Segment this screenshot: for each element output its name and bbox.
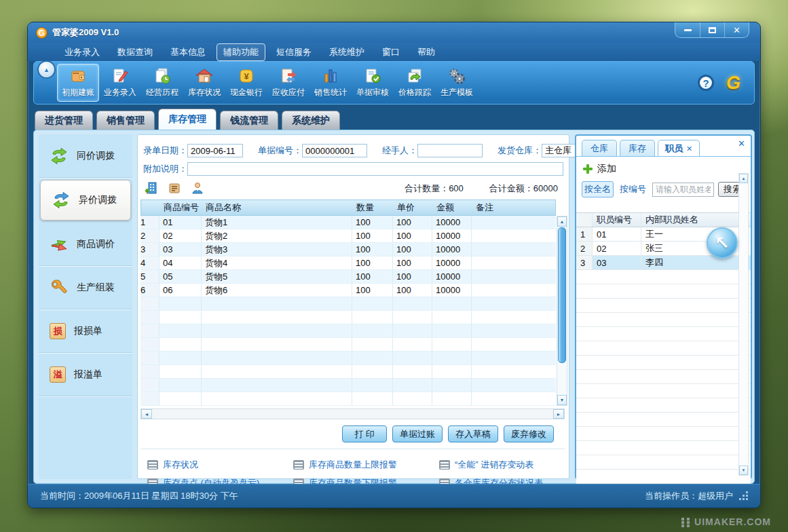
tab-sales[interactable]: 销售管理 (96, 111, 155, 130)
scroll-down-icon[interactable] (739, 466, 748, 475)
tool-business-entry[interactable]: 业务录入 (99, 64, 141, 102)
date-input[interactable] (187, 144, 243, 157)
handler-input[interactable] (417, 144, 483, 157)
sidebar-item-production-assembly[interactable]: 生产组装 (39, 266, 132, 309)
tool-label: 价格跟踪 (398, 87, 431, 98)
sidebar-item-same-price-transfer[interactable]: 同价调拨 (39, 134, 132, 178)
menu-business-entry[interactable]: 业务录入 (58, 43, 107, 61)
maximize-icon (709, 27, 716, 33)
post-document-button[interactable]: 单据过账 (392, 425, 443, 442)
employee-search-input[interactable] (652, 183, 714, 197)
same-price-transfer-icon (50, 147, 69, 166)
uimaker-logo-icon (681, 518, 690, 527)
sidebar-item-price-adjust[interactable]: 商品调价 (39, 223, 132, 266)
tab-stock[interactable]: 库存 (620, 140, 655, 156)
tool-initial-setup[interactable]: 初期建账 (57, 64, 99, 102)
scroll-down-icon[interactable] (557, 395, 567, 405)
employee-scrollbar[interactable] (738, 173, 749, 476)
table-row[interactable]: 505货物510010010000 (140, 270, 556, 284)
tab-cashflow[interactable]: 钱流管理 (220, 111, 278, 130)
tool-receivable-payable[interactable]: 应收应付 (267, 64, 309, 102)
document-arrows-icon (280, 67, 297, 85)
scroll-up-icon[interactable] (739, 174, 748, 183)
sidebar-item-diff-price-transfer[interactable]: 异价调拨 (40, 180, 131, 221)
employee-empty-row (576, 299, 751, 313)
maximize-button[interactable] (700, 22, 724, 37)
close-button[interactable] (724, 22, 749, 37)
scrollbar-thumb[interactable] (558, 227, 566, 363)
sidebar-item-overflow-report[interactable]: 溢 报溢单 (39, 353, 132, 396)
sidebar-item-label: 报溢单 (74, 368, 102, 381)
tab-purchase[interactable]: 进货管理 (35, 111, 93, 130)
warehouse-building-icon[interactable] (145, 181, 158, 195)
tool-cash-bank[interactable]: ¥ 现金银行 (225, 64, 267, 102)
tool-sales-statistics[interactable]: 销售统计 (309, 64, 352, 102)
warehouse-label: 发货仓库： (498, 145, 542, 157)
table-empty-row (140, 324, 556, 338)
resize-grip[interactable] (740, 492, 748, 500)
scroll-left-icon[interactable] (141, 409, 152, 419)
stock-box-icon[interactable] (168, 181, 181, 195)
status-bar: 当前时间：2009年06月11日 星期四 18时30分 下午 当前操作员：超级用… (28, 484, 760, 508)
gears-icon (448, 67, 466, 85)
form-row-2: 附加说明： (143, 162, 563, 176)
tab-close-icon[interactable] (686, 143, 692, 153)
document-pencil-icon (111, 67, 129, 85)
collapse-toolbar-button[interactable] (37, 60, 56, 79)
date-label: 录单日期： (143, 145, 187, 157)
panel-close-icon[interactable] (738, 138, 745, 149)
filter-by-fullname[interactable]: 按全名 (582, 181, 614, 197)
link-upper-limit-alert[interactable]: 库存商品数量上限报警 (293, 459, 439, 471)
sidebar-item-label: 报损单 (74, 325, 102, 337)
table-row[interactable]: 606货物610010010000 (140, 284, 556, 297)
tab-warehouse[interactable]: 仓库 (582, 140, 617, 156)
menu-help[interactable]: 帮助 (411, 43, 442, 61)
link-inventory-status[interactable]: 库存状况 (147, 459, 293, 471)
table-row[interactable]: 404货物410010010000 (140, 256, 556, 270)
total-qty-label: 合计数量： (405, 183, 449, 193)
tool-production-template[interactable]: 生产模板 (436, 64, 478, 102)
current-time: 当前时间：2009年06月11日 星期四 18时30分 下午 (40, 490, 238, 502)
menu-auxiliary[interactable]: 辅助功能 (217, 43, 265, 61)
brand-logo-icon: G (726, 73, 740, 94)
table-row[interactable]: 303货物310010010000 (140, 243, 556, 256)
vertical-scrollbar[interactable] (557, 216, 567, 406)
handler-label: 经手人： (382, 145, 417, 157)
save-draft-button[interactable]: 存入草稿 (448, 425, 498, 442)
tab-employee[interactable]: 职员 (658, 140, 700, 156)
menu-window[interactable]: 窗口 (375, 43, 407, 61)
number-label: 单据编号： (258, 145, 302, 157)
print-button[interactable]: 打 印 (342, 425, 387, 442)
tool-document-audit[interactable]: 单据审核 (352, 64, 394, 102)
tool-business-history[interactable]: 经营历程 (141, 64, 183, 102)
horizontal-scrollbar[interactable] (140, 408, 565, 419)
employee-icon[interactable] (191, 181, 204, 195)
link-omnipotent-report[interactable]: “全能” 进销存变动表 (439, 459, 563, 471)
tool-price-tracking[interactable]: 价格跟踪 (394, 64, 436, 102)
add-row[interactable]: 添加 (576, 157, 751, 180)
wallet-icon (69, 67, 87, 85)
minimize-icon (684, 29, 692, 31)
menu-basic-info[interactable]: 基本信息 (164, 43, 212, 61)
title-bar: G 管家婆2009 V1.0 (28, 22, 760, 43)
menu-data-query[interactable]: 数据查询 (111, 43, 160, 61)
operator-value: 超级用户 (698, 490, 733, 502)
totals-bar: 合计数量：600 合计金额：60000 (405, 183, 558, 195)
tab-maintenance[interactable]: 系统维护 (282, 111, 340, 130)
help-button[interactable] (698, 75, 714, 91)
menu-system-maintenance[interactable]: 系统维护 (322, 43, 371, 61)
minimize-button[interactable] (675, 22, 700, 37)
discard-changes-button[interactable]: 废弃修改 (504, 425, 554, 442)
menu-sms[interactable]: 短信服务 (269, 43, 318, 61)
tool-inventory-status[interactable]: 库存状况 (183, 64, 225, 102)
note-input[interactable] (187, 162, 563, 176)
filter-by-code[interactable]: 按编号 (618, 182, 648, 197)
tab-inventory[interactable]: 库存管理 (158, 109, 217, 130)
sidebar-item-loss-report[interactable]: 损 报损单 (39, 309, 132, 353)
number-input[interactable] (302, 144, 367, 157)
employee-empty-row (576, 313, 751, 327)
scroll-right-icon[interactable] (553, 409, 564, 419)
table-row[interactable]: 101货物110010010000 (140, 216, 556, 229)
table-row[interactable]: 202货物210010010000 (140, 229, 556, 243)
scroll-up-icon[interactable] (557, 216, 567, 227)
